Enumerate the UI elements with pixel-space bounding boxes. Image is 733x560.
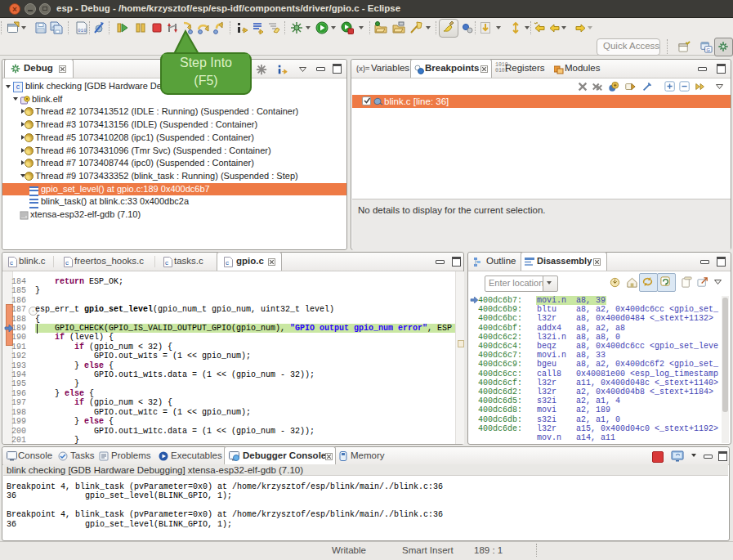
svg-text:c: c [65,259,69,267]
svg-text:c: c [165,259,168,267]
svg-text:010: 010 [78,28,87,34]
svg-text:c: c [226,259,229,267]
svg-text:c: c [10,259,13,267]
svg-text:G: G [707,47,710,52]
